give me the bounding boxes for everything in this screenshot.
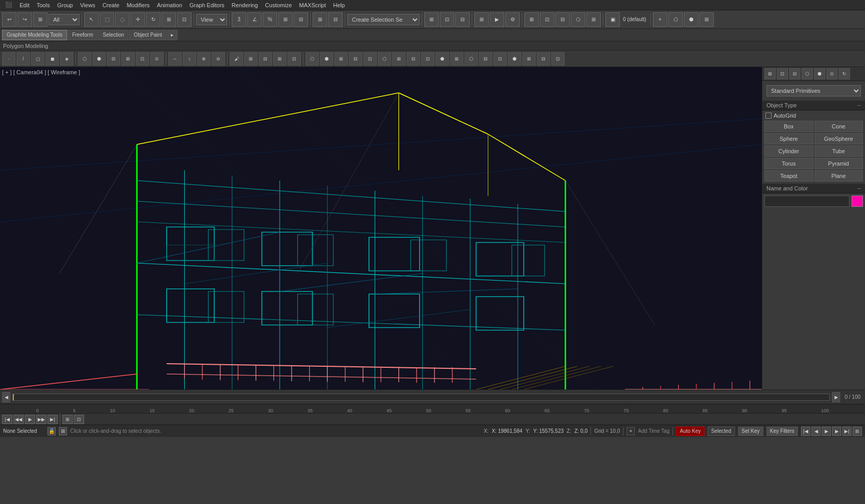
move-button[interactable]: ✛ [131, 12, 145, 27]
panel-icon-1[interactable]: ⊞ [764, 68, 776, 79]
extra-5[interactable]: ⊞ [586, 12, 601, 27]
extra-7[interactable]: ⬡ [668, 12, 683, 27]
relax-btn[interactable]: ⬡ [306, 52, 319, 66]
menu-help[interactable]: Help [330, 0, 348, 10]
menu-animation[interactable]: Animation [154, 0, 185, 10]
align-button[interactable]: ⊞ [313, 12, 327, 27]
freeform-tab[interactable]: Freeform [68, 30, 98, 40]
object-paint-tab[interactable]: Object Paint [129, 30, 166, 40]
panel-icon-5[interactable]: ⬢ [814, 68, 825, 79]
extra-poly-9[interactable]: ⊟ [479, 52, 492, 66]
panel-icon-2[interactable]: ⊡ [777, 68, 788, 79]
cone-btn[interactable]: Cone [814, 121, 863, 132]
panel-icon-4[interactable]: ⬡ [802, 68, 813, 79]
sphere-btn[interactable]: Sphere [764, 133, 813, 144]
rotate-button[interactable]: ↻ [146, 12, 161, 27]
pb-prev-btn[interactable]: ◀ [811, 427, 821, 436]
geosphere-btn[interactable]: GeoSphere [814, 133, 863, 144]
grid-icon[interactable]: ⊞ [59, 427, 67, 435]
swift-loop-btn[interactable]: ⬢ [320, 52, 333, 66]
key-filters-btn[interactable]: Key Filters [766, 427, 798, 436]
object-type-header[interactable]: Object Type ─ [762, 101, 865, 110]
paint-connect-btn[interactable]: ⊞ [334, 52, 348, 66]
app-icon[interactable]: ⬛ [2, 0, 15, 10]
anim-controls-1[interactable]: ⊞ [424, 12, 439, 27]
anim-next-btn[interactable]: ▶▶ [36, 415, 46, 424]
select-button[interactable]: ↖ [84, 12, 99, 27]
set-key-btn[interactable]: Set Key [738, 427, 763, 436]
pb-end-btn[interactable]: ▶| [842, 427, 852, 436]
extra-2[interactable]: ⊡ [540, 12, 554, 27]
lasso-select-button[interactable]: ◌ [115, 12, 130, 27]
menu-graph-editors[interactable]: Graph Editors [186, 0, 228, 10]
constraints-btn[interactable]: ⊞ [273, 52, 286, 66]
anim-controls-2[interactable]: ⊡ [440, 12, 454, 27]
extra-8[interactable]: ⬢ [684, 12, 698, 27]
loop-btn[interactable]: ↔ [168, 52, 182, 66]
menu-rendering[interactable]: Rendering [229, 0, 261, 10]
quick-align[interactable]: ⊟ [328, 12, 343, 27]
paint-select-btn[interactable]: 🖌 [230, 52, 243, 66]
vertex-mode[interactable]: · [2, 52, 15, 66]
inset-btn[interactable]: ⬢ [92, 52, 106, 66]
box-btn[interactable]: Box [764, 121, 813, 132]
render-frame[interactable]: ▶ [490, 12, 504, 27]
layer-btn[interactable]: ▣ [605, 12, 620, 27]
extra-poly-13[interactable]: ⊟ [537, 52, 550, 66]
bevel-btn[interactable]: ⊟ [107, 52, 120, 66]
bridge-btn[interactable]: ⊞ [121, 52, 135, 66]
object-name-input[interactable] [764, 196, 850, 207]
teapot-btn[interactable]: Teapot [764, 170, 813, 182]
extra-6[interactable]: + [653, 12, 667, 27]
lock-icon[interactable]: 🔒 [47, 427, 56, 435]
pb-options-btn[interactable]: ⊞ [853, 427, 862, 436]
extra-poly-12[interactable]: ⊞ [522, 52, 536, 66]
extra-poly-3[interactable]: ⊞ [392, 52, 406, 66]
extra-4[interactable]: ⬡ [571, 12, 585, 27]
polygon-mode[interactable]: ◼ [45, 52, 59, 66]
selection-tab[interactable]: Selection [98, 30, 129, 40]
expand-btn[interactable]: ▸ [167, 30, 178, 40]
ring-btn[interactable]: ↕ [183, 52, 196, 66]
anim-controls-3[interactable]: ⊟ [455, 12, 470, 27]
auto-key-btn[interactable]: Auto Key [676, 427, 704, 436]
timeline-track[interactable] [12, 394, 830, 401]
pb-next-btn[interactable]: ▶ [832, 427, 841, 436]
cylinder-btn[interactable]: Cylinder [764, 145, 813, 157]
extra-poly-14[interactable]: ⊡ [551, 52, 565, 66]
pb-play-btn[interactable]: ▶ [822, 427, 831, 436]
anim-play-btn[interactable]: ▶ [25, 415, 35, 424]
symmetry-btn[interactable]: ⊟ [259, 52, 272, 66]
redo-button[interactable]: ↪ [18, 12, 32, 27]
extra-poly-4[interactable]: ⊟ [407, 52, 420, 66]
angle-snap[interactable]: ∠ [247, 12, 262, 27]
color-swatch[interactable] [852, 196, 863, 207]
timeline-next-btn[interactable]: ▶ [832, 392, 840, 402]
menu-create[interactable]: Create [99, 0, 122, 10]
scale-button[interactable]: ⊞ [162, 12, 176, 27]
viewport[interactable]: [ + ] [ Camera04 ] [ Wireframe ] [0, 67, 762, 389]
create-selection-dropdown[interactable]: Create Selection Se [347, 14, 420, 25]
menu-modifiers[interactable]: Modifiers [123, 0, 153, 10]
collapse-name-color[interactable]: ─ [857, 186, 861, 191]
category-dropdown[interactable]: Standard Primitives [766, 85, 861, 96]
extra-1[interactable]: ⊞ [524, 12, 539, 27]
render-setup[interactable]: ⊞ [474, 12, 489, 27]
undo-button[interactable]: ↩ [2, 12, 17, 27]
view-dropdown[interactable]: View [196, 14, 227, 25]
anim-start-btn[interactable]: |◀ [2, 415, 12, 424]
extra-poly-6[interactable]: ⬢ [436, 52, 449, 66]
menu-customize[interactable]: Customize [262, 0, 295, 10]
extra-poly-7[interactable]: ⊞ [450, 52, 463, 66]
element-mode[interactable]: ◈ [60, 52, 73, 66]
menu-views[interactable]: Views [77, 0, 98, 10]
select-region-button[interactable]: ⬚ [100, 12, 114, 27]
collapse-object-type[interactable]: ─ [857, 103, 861, 108]
snap-toggle[interactable]: 3 [232, 12, 246, 27]
menu-maxscript[interactable]: MAXScript [296, 0, 329, 10]
menu-tools[interactable]: Tools [34, 0, 53, 10]
plane-btn[interactable]: Plane [814, 170, 863, 182]
edge-mode[interactable]: / [17, 52, 30, 66]
menu-edit[interactable]: Edit [17, 0, 33, 10]
render-settings[interactable]: ⚙ [505, 12, 520, 27]
